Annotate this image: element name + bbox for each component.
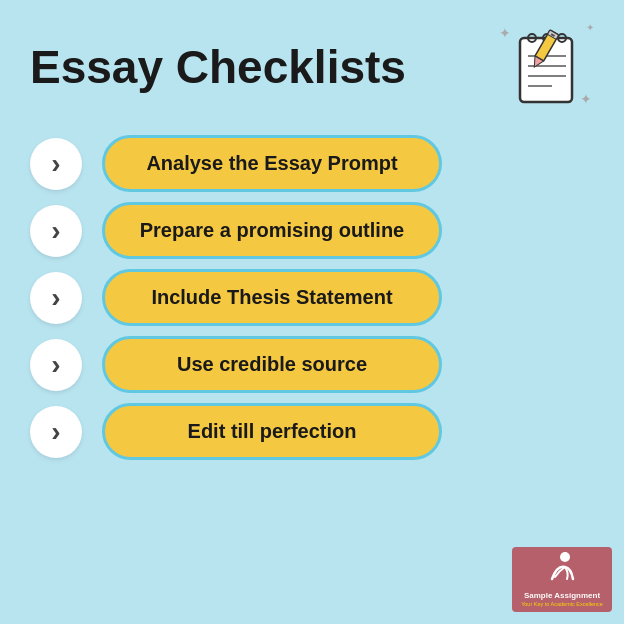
arrow-circle-3[interactable]: › <box>30 272 82 324</box>
sparkle-icon-tr: ✦ <box>586 22 594 33</box>
page-title: Essay Checklists <box>30 42 406 93</box>
checklist-item: ›Use credible source <box>30 336 594 393</box>
checklist-button-1[interactable]: Analyse the Essay Prompt <box>102 135 442 192</box>
header: Essay Checklists ✦ ✦ ✦ <box>30 20 594 115</box>
arrow-circle-5[interactable]: › <box>30 406 82 458</box>
notebook-svg <box>512 28 582 108</box>
arrow-circle-1[interactable]: › <box>30 138 82 190</box>
checklist-item: ›Edit till perfection <box>30 403 594 460</box>
arrow-circle-4[interactable]: › <box>30 339 82 391</box>
main-container: Essay Checklists ✦ ✦ ✦ <box>0 0 624 624</box>
brand-figure-icon <box>547 551 577 583</box>
sparkle-icon-tl: ✦ <box>499 25 511 41</box>
brand-tagline-text: Your Key to Academic Excellence <box>521 601 603 608</box>
sparkle-icon-br: ✦ <box>580 91 592 107</box>
arrow-icon-5: › <box>51 416 60 448</box>
checklist-button-4[interactable]: Use credible source <box>102 336 442 393</box>
arrow-icon-4: › <box>51 349 60 381</box>
checklist-list: ›Analyse the Essay Prompt›Prepare a prom… <box>30 135 594 460</box>
checklist-button-2[interactable]: Prepare a promising outline <box>102 202 442 259</box>
arrow-icon-3: › <box>51 282 60 314</box>
checklist-item: ›Analyse the Essay Prompt <box>30 135 594 192</box>
checklist-button-3[interactable]: Include Thesis Statement <box>102 269 442 326</box>
svg-point-12 <box>560 552 570 562</box>
arrow-icon-2: › <box>51 215 60 247</box>
brand-logo-icon <box>547 551 577 589</box>
arrow-circle-2[interactable]: › <box>30 205 82 257</box>
notebook-pencil-icon: ✦ ✦ ✦ <box>499 20 594 115</box>
checklist-item: ›Include Thesis Statement <box>30 269 594 326</box>
checklist-button-5[interactable]: Edit till perfection <box>102 403 442 460</box>
branding-badge: Sample Assignment Your Key to Academic E… <box>512 547 612 612</box>
brand-name-text: Sample Assignment <box>524 591 600 601</box>
checklist-item: ›Prepare a promising outline <box>30 202 594 259</box>
arrow-icon-1: › <box>51 148 60 180</box>
